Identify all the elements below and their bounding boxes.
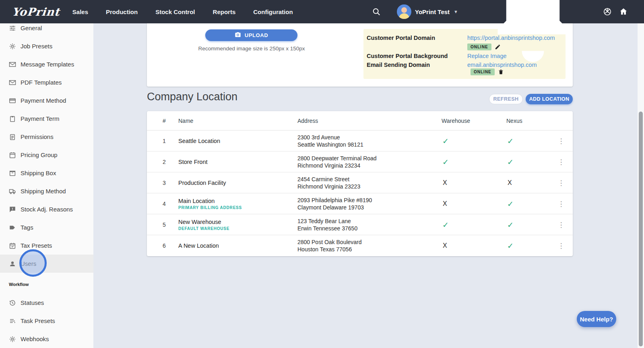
sidebar-item-job-presets[interactable]: Job Presets: [0, 37, 93, 55]
user-menu-label[interactable]: YoPrint Test: [415, 8, 450, 15]
tune-icon: [9, 25, 16, 32]
upload-button[interactable]: UPLOAD: [205, 29, 297, 41]
sidebar-item-users[interactable]: Users: [0, 255, 93, 273]
table-row: 4Main LocationPRIMARY BILLING ADDRESS209…: [147, 193, 573, 214]
globe-icon[interactable]: [603, 7, 612, 16]
sidebar-item-label: Shipping Box: [21, 170, 56, 176]
sidebar-item-general[interactable]: General: [0, 23, 93, 37]
nexus-check-icon: ✓: [506, 199, 549, 208]
location-number: 1: [147, 138, 178, 144]
location-address: 2800 Post Oak BoulevardHouston Texas 770…: [297, 238, 442, 253]
gear-icon: [9, 43, 16, 50]
person-icon: [9, 260, 16, 267]
sidebar-item-shipping-box[interactable]: Shipping Box: [0, 164, 93, 182]
table-row: 3Production Facility2454 Carmine StreetR…: [147, 172, 573, 193]
scrollbar-track[interactable]: [638, 23, 644, 348]
location-address: 2454 Carmine StreetRichmond Virginia 232…: [297, 176, 442, 190]
location-name: Production Facility: [178, 180, 297, 186]
location-tag: DEFAULT WAREHOUSE: [178, 226, 297, 231]
column-header-name: Name: [178, 118, 297, 124]
sidebar-item-label: Shipping Method: [21, 188, 66, 195]
nexus-check-icon: ✓: [506, 220, 549, 229]
card-icon: [9, 97, 16, 104]
upload-button-label: UPLOAD: [245, 32, 268, 38]
gear-icon: [9, 336, 16, 343]
location-address: 2093 Philadelphia Pike #8190Claymont Del…: [297, 197, 442, 211]
column-header-address: Address: [297, 118, 442, 124]
row-menu-icon[interactable]: ⋮: [549, 158, 573, 166]
notifications-button[interactable]: 25: [473, 0, 593, 72]
sidebar-item-pricing-group[interactable]: Pricing Group: [0, 146, 93, 164]
row-menu-icon[interactable]: ⋮: [549, 242, 573, 250]
sidebar-item-webhooks[interactable]: Webhooks: [0, 330, 93, 348]
need-help-button[interactable]: Need Help?: [577, 311, 616, 327]
nav-item-sales[interactable]: Sales: [72, 8, 88, 15]
location-number: 4: [147, 201, 178, 207]
column-header-warehouse: Warehouse: [442, 118, 506, 124]
table-row: 1Seattle Location2300 3rd AvenueSeattle …: [147, 130, 573, 151]
row-menu-icon[interactable]: ⋮: [549, 221, 573, 229]
row-menu-icon[interactable]: ⋮: [549, 137, 573, 145]
location-tag: PRIMARY BILLING ADDRESS: [178, 205, 297, 210]
table-row: 6A New Location2800 Post Oak BoulevardHo…: [147, 235, 573, 256]
sidebar-item-pdf-templates[interactable]: PDF Templates: [0, 73, 93, 91]
app-logo[interactable]: YoPrint: [11, 6, 60, 18]
avatar[interactable]: [397, 4, 411, 19]
feedback-icon: [9, 206, 16, 213]
sidebar-item-label: General: [21, 25, 42, 31]
nav-item-configuration[interactable]: Configuration: [253, 8, 293, 15]
sidebar-item-stock-adj-reasons[interactable]: Stock Adj. Reasons: [0, 200, 93, 218]
sidebar-item-tax-presets[interactable]: Tax Presets: [0, 236, 93, 255]
table-header: #NameAddressWarehouseNexus: [147, 111, 573, 130]
sidebar-item-label: PDF Templates: [21, 79, 62, 86]
sidebar-item-label: Message Templates: [21, 61, 74, 68]
sidebar-item-permissions[interactable]: Permissions: [0, 128, 93, 146]
search-icon[interactable]: [372, 7, 381, 16]
nav-item-stock-control[interactable]: Stock Control: [155, 8, 195, 15]
row-menu-icon[interactable]: ⋮: [549, 179, 573, 187]
warehouse-x-icon: X: [442, 200, 506, 207]
sidebar-item-tags[interactable]: Tags: [0, 218, 93, 236]
sidebar-item-label: Tags: [21, 224, 33, 231]
sidebar-item-message-templates[interactable]: Message Templates: [0, 55, 93, 73]
location-name: New WarehouseDEFAULT WAREHOUSE: [178, 219, 297, 231]
column-header-num: #: [147, 118, 178, 124]
sidebar-item-payment-method[interactable]: Payment Method: [0, 91, 93, 110]
nav-item-reports[interactable]: Reports: [213, 8, 236, 15]
warehouse-check-icon: ✓: [442, 137, 506, 145]
sidebar-item-label: Tax Presets: [21, 242, 52, 249]
sidebar-item-label: Users: [21, 260, 36, 267]
location-name: Store Front: [178, 159, 297, 165]
refresh-button[interactable]: REFRESH: [489, 94, 523, 104]
sidebar-item-label: Statuses: [21, 299, 44, 306]
assignment-icon: [9, 133, 16, 141]
nav-item-production[interactable]: Production: [106, 8, 138, 15]
sidebar-item-statuses[interactable]: Statuses: [0, 294, 93, 312]
mail-icon: [9, 79, 16, 86]
sidebar-item-label: Stock Adj. Reasons: [21, 206, 73, 213]
sidebar-item-shipping-method[interactable]: Shipping Method: [0, 182, 93, 200]
location-number: 5: [147, 222, 178, 228]
bell-icon: [473, 0, 593, 72]
row-menu-icon[interactable]: ⋮: [549, 200, 573, 208]
column-header-nexus: Nexus: [506, 118, 549, 124]
chevron-down-icon[interactable]: ▼: [454, 9, 458, 14]
location-name: Seattle Location: [178, 138, 297, 144]
page-title: Company Location: [147, 91, 237, 103]
scrollbar-thumb[interactable]: [639, 112, 643, 346]
location-name: Main LocationPRIMARY BILLING ADDRESS: [178, 198, 297, 210]
sidebar: GeneralJob PresetsMessage TemplatesPDF T…: [0, 23, 93, 348]
nexus-check-icon: ✓: [506, 137, 549, 145]
locations-table: #NameAddressWarehouseNexus 1Seattle Loca…: [147, 111, 573, 256]
home-icon[interactable]: [619, 7, 628, 16]
sidebar-item-label: Permissions: [21, 133, 54, 140]
sidebar-item-payment-term[interactable]: Payment Term: [0, 110, 93, 128]
event-icon: [9, 242, 16, 249]
table-row: 5New WarehouseDEFAULT WAREHOUSE123 Teddy…: [147, 214, 573, 235]
nexus-check-icon: ✓: [506, 157, 549, 166]
sidebar-item-task-presets[interactable]: Task Presets: [0, 312, 93, 330]
warehouse-x-icon: X: [442, 179, 506, 186]
add-location-button[interactable]: ADD LOCATION: [526, 94, 573, 104]
nexus-x-icon: X: [506, 179, 549, 186]
sidebar-item-label: Job Presets: [21, 43, 52, 50]
